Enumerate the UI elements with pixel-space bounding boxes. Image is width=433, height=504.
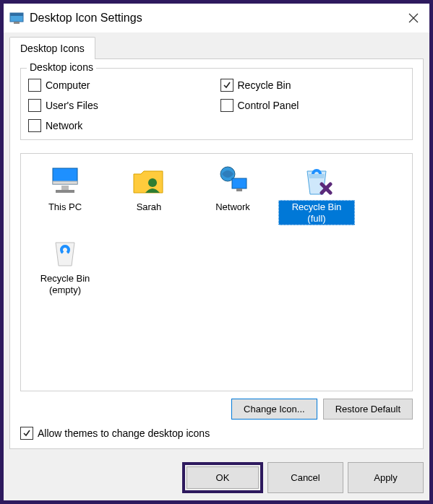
checkbox-label: Network [46, 120, 82, 131]
preview-item-label: Network [212, 200, 254, 214]
checkbox-allow-themes[interactable]: Allow themes to change desktop icons [20, 427, 413, 440]
checkbox-label: Recycle Bin [238, 79, 291, 91]
svg-rect-12 [236, 188, 242, 191]
dialog-footer: OK Cancel Apply [4, 455, 429, 500]
recycle-full-icon [299, 164, 335, 199]
close-icon [408, 13, 419, 23]
groupbox-desktop-icons: Desktop icons Computer Recycle Bin User'… [20, 68, 413, 140]
svg-rect-11 [232, 178, 246, 188]
checkbox-box [20, 427, 33, 440]
icon-button-row: Change Icon... Restore Default [20, 399, 413, 420]
apply-button[interactable]: Apply [348, 462, 424, 493]
checkbox-box [28, 99, 41, 112]
checkbox-label: Control Panel [238, 100, 299, 111]
svg-point-9 [148, 178, 157, 187]
checkbox-box [220, 99, 233, 112]
checkbox-recycle-bin[interactable]: Recycle Bin [220, 79, 406, 92]
ok-highlight-box: OK [182, 462, 263, 493]
tab-content: Desktop icons Computer Recycle Bin User'… [9, 58, 424, 449]
svg-rect-7 [61, 186, 69, 190]
preview-item-this-pc[interactable]: This PC [25, 161, 105, 228]
checkbox-box [220, 79, 233, 92]
check-icon [22, 429, 31, 438]
checkbox-box [28, 79, 41, 92]
groupbox-label: Desktop icons [27, 61, 96, 73]
app-icon [9, 12, 24, 25]
checkbox-users-files[interactable]: User's Files [28, 99, 213, 112]
checkbox-box [28, 119, 41, 132]
dialog-window: Desktop Icon Settings Desktop Icons Desk… [4, 4, 429, 500]
restore-default-button[interactable]: Restore Default [323, 399, 413, 420]
checkbox-computer[interactable]: Computer [28, 79, 213, 92]
checkbox-label: Computer [46, 79, 90, 91]
svg-rect-1 [10, 13, 23, 16]
user-folder-icon [131, 164, 167, 199]
preview-item-label: Recycle Bin (empty) [27, 271, 103, 297]
close-button[interactable] [403, 8, 424, 28]
window-title: Desktop Icon Settings [30, 12, 403, 25]
titlebar: Desktop Icon Settings [4, 4, 429, 32]
checkbox-label: Allow themes to change desktop icons [38, 427, 210, 439]
network-icon [215, 164, 251, 199]
svg-rect-6 [53, 181, 77, 184]
tab-row: Desktop Icons [9, 37, 424, 59]
preview-item-label: This PC [45, 200, 85, 214]
svg-rect-8 [56, 190, 74, 193]
checkbox-label: User's Files [46, 100, 98, 111]
checkbox-network[interactable]: Network [28, 119, 213, 132]
preview-item-label: Sarah [133, 200, 166, 214]
icon-preview: This PC Sarah Network [20, 153, 413, 391]
preview-item-sarah[interactable]: Sarah [109, 161, 189, 228]
preview-item-network[interactable]: Network [193, 161, 273, 228]
svg-rect-2 [14, 22, 20, 24]
recycle-empty-icon [47, 235, 83, 270]
checkbox-grid: Computer Recycle Bin User's Files Contro… [28, 79, 405, 132]
dialog-body: Desktop Icons Desktop icons Computer Rec… [4, 32, 429, 455]
preview-item-recycle-full[interactable]: Recycle Bin (full) [277, 161, 356, 228]
preview-item-recycle-empty[interactable]: Recycle Bin (empty) [25, 233, 105, 300]
change-icon-button[interactable]: Change Icon... [231, 399, 317, 420]
cancel-button[interactable]: Cancel [267, 462, 343, 493]
check-icon [223, 81, 231, 90]
monitor-icon [47, 164, 83, 199]
ok-button[interactable]: OK [187, 466, 259, 489]
preview-item-label: Recycle Bin (full) [278, 200, 355, 225]
tab-desktop-icons[interactable]: Desktop Icons [9, 37, 95, 59]
checkbox-control-panel[interactable]: Control Panel [220, 99, 406, 112]
